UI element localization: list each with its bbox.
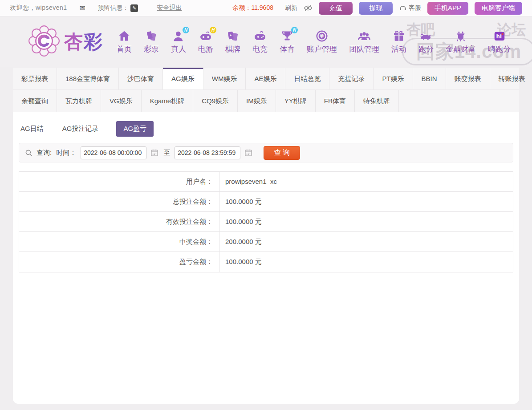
recharge-button[interactable]: 充值 [319, 2, 353, 15]
tab-item[interactable]: PT娱乐 [374, 68, 413, 89]
subtabs: AG日结 AG投注记录 AG盈亏 [19, 119, 513, 143]
report-label: 盈亏金额： [19, 252, 219, 272]
nav-item-home[interactable]: 首页 [117, 29, 132, 54]
report-value: 100.0000 元 [219, 192, 262, 211]
tab-item[interactable]: FB体育 [316, 90, 355, 112]
nav-item-jinding[interactable]: 金鼎财富 [446, 29, 476, 54]
tab-item[interactable]: 特兔棋牌 [355, 90, 399, 112]
tabs-row-2: 余额查询 瓦力棋牌 VG娱乐 Kgame棋牌 CQ9娱乐 IM娱乐 YY棋牌 F… [13, 90, 519, 112]
time-label: 时间： [56, 149, 76, 157]
tab-item[interactable]: WM娱乐 [203, 68, 246, 89]
tab-item[interactable]: 余额查询 [13, 90, 57, 112]
query-label: 查询: [37, 149, 52, 157]
welcome-text: 欢迎您，wipseven1 [10, 4, 67, 12]
pc-client-button[interactable]: 电脑客户端 [475, 2, 522, 15]
nav-item-haipaofen[interactable]: hi 嗨跑分 [488, 29, 511, 54]
nav-item-esports[interactable]: 电竞 [252, 29, 268, 54]
nav-item-team[interactable]: 团队管理 [349, 29, 379, 54]
badge-new: N [291, 27, 298, 33]
tab-item[interactable]: BBIN [413, 68, 446, 89]
message-label: 预留信息： [97, 4, 129, 12]
tab-item[interactable]: AE娱乐 [246, 68, 285, 89]
tab-item[interactable]: Kgame棋牌 [142, 90, 194, 112]
ticket-icon [144, 29, 158, 43]
tab-item[interactable]: 沙巴体育 [119, 68, 163, 89]
balance: 余额：11.9608 [232, 4, 273, 12]
svg-text:hi: hi [496, 33, 502, 40]
calendar-icon[interactable] [150, 148, 160, 158]
nav-item-live[interactable]: N 真人 [171, 29, 186, 54]
nav-item-account[interactable]: ¥ 账户管理 [307, 29, 337, 54]
tab-item[interactable]: IM娱乐 [238, 90, 276, 112]
tab-item[interactable]: 188金宝博体育 [57, 68, 119, 89]
tab-item[interactable]: 瓦力棋牌 [57, 90, 101, 112]
balance-value: 11.9608 [251, 4, 273, 11]
withdraw-button[interactable]: 提现 [359, 2, 393, 15]
subtab-ag-bets[interactable]: AG投注记录 [61, 121, 100, 137]
brand-char2: 彩 [84, 31, 103, 52]
ding-icon [454, 29, 468, 43]
edit-icon[interactable]: ✎ [130, 4, 138, 12]
person-icon: N [171, 29, 186, 43]
tab-item[interactable]: YY棋牌 [276, 90, 316, 112]
rhino-icon [419, 29, 433, 43]
tab-item[interactable]: 日结总览 [285, 68, 329, 89]
tab-item[interactable]: 彩票报表 [13, 68, 57, 89]
search-bar: 查询: 时间： 至 查 询 [19, 143, 513, 162]
hi-icon: hi [492, 29, 507, 43]
logo-emblem-icon [28, 25, 60, 58]
headset-icon [399, 4, 407, 12]
query-button[interactable]: 查 询 [264, 146, 300, 160]
logout-link[interactable]: 安全退出 [157, 4, 182, 12]
date-to-input[interactable] [175, 146, 240, 159]
nav-item-activity[interactable]: 活动 [391, 29, 406, 54]
report-value: 100.0000 元 [219, 212, 262, 231]
joystick-icon [253, 29, 267, 43]
trophy-icon: N [280, 29, 294, 43]
report-label: 有效投注金额： [19, 212, 219, 231]
customer-service[interactable]: 客服 [399, 4, 421, 12]
gamepad-icon: H [199, 29, 213, 43]
balance-label: 余额： [232, 4, 251, 11]
report-value: 200.0000 元 [219, 232, 262, 252]
report-row: 总投注金额： 100.0000 元 [19, 192, 513, 212]
subtab-ag-profit-active[interactable]: AG盈亏 [116, 121, 154, 137]
subtab-ag-daily[interactable]: AG日结 [20, 121, 45, 137]
tab-item[interactable]: VG娱乐 [101, 90, 142, 112]
gift-icon [392, 29, 406, 43]
topbar: 欢迎您，wipseven1 ✉ 预留信息： ✎ 安全退出 余额：11.9608 … [0, 0, 532, 16]
report-row: 盈亏金额： 100.0000 元 [19, 252, 513, 272]
tabs-row-1: 彩票报表 188金宝博体育 沙巴体育 AG娱乐 WM娱乐 AE娱乐 日结总览 充… [13, 68, 519, 90]
tab-item[interactable]: 充提记录 [329, 68, 374, 89]
to-label: 至 [163, 149, 170, 157]
nav-item-chess[interactable]: 棋牌 [225, 29, 240, 54]
envelope-icon[interactable]: ✉ [80, 4, 85, 12]
page-wrap: 彩票报表 188金宝博体育 沙巴体育 AG娱乐 WM娱乐 AE娱乐 日结总览 充… [13, 68, 519, 404]
nav-item-paofen[interactable]: 跑分 [418, 29, 434, 54]
calendar-icon[interactable] [244, 148, 254, 158]
nav-item-lottery[interactable]: 彩票 [144, 29, 159, 54]
main-content: AG日结 AG投注记录 AG盈亏 查询: 时间： 至 查 询 用户名： [13, 112, 519, 404]
search-icon [24, 149, 33, 157]
report-table: 用户名： prowipseven1_xc 总投注金额： 100.0000 元 有… [19, 171, 513, 272]
site-logo[interactable]: 杏彩 [28, 25, 103, 58]
site-header: 杏吧 论坛 回家14.com 杏彩 [0, 16, 532, 67]
date-from-input[interactable] [81, 146, 146, 159]
cards-icon [226, 29, 240, 43]
main-nav: 首页 彩票 N 真人 H 电游 棋牌 [117, 29, 511, 54]
tab-item[interactable]: 转账报表 [490, 68, 532, 89]
refresh-link[interactable]: 刷新 [285, 4, 297, 12]
tab-item-active[interactable]: AG娱乐 [163, 68, 203, 89]
badge-new: N [183, 27, 189, 33]
tab-item[interactable]: 账变报表 [446, 68, 490, 89]
badge-hot: H [210, 27, 216, 33]
nav-item-egames[interactable]: H 电游 [198, 29, 213, 54]
report-label: 中奖金额： [19, 232, 219, 252]
tab-item[interactable]: CQ9娱乐 [193, 90, 238, 112]
report-label: 用户名： [19, 172, 219, 191]
mobile-app-button[interactable]: 手机APP [427, 2, 468, 15]
logo-text: 杏彩 [64, 29, 103, 54]
nav-item-sports[interactable]: N 体育 [280, 29, 295, 54]
eye-slash-icon[interactable] [304, 4, 313, 12]
service-label: 客服 [409, 4, 421, 12]
